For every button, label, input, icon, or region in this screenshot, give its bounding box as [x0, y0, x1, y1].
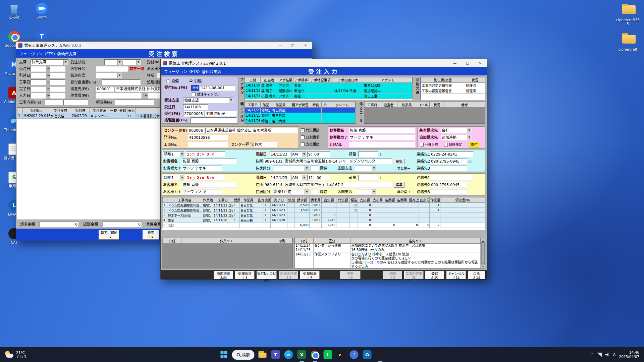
order-date-input[interactable]: 14/11/08 [183, 104, 208, 110]
copy-reception-no-button[interactable]: 受付No.コピー :F2 [257, 271, 277, 279]
address-input[interactable]: 宮城県大崎市古川中里宇江添167-2 [284, 182, 392, 188]
morning-appointment-print-button[interactable]: 朝アポ印刷 :F3 [99, 230, 119, 240]
close-button[interactable]: ✕ [299, 42, 312, 49]
volume-icon[interactable] [605, 353, 610, 357]
work-items-table[interactable]: 工事内容作業地工事日受数作業員指定完数完了日追加請求額請求月直集額代集額報告支払… [162, 197, 485, 228]
taskbar-icon-terminal[interactable]: >_ [336, 350, 346, 360]
weather-widget[interactable]: 21°C くもり [0, 347, 31, 362]
site-type-select[interactable]: 積地1 [163, 152, 184, 157]
scrollbar[interactable] [481, 238, 485, 268]
work-date-to-input[interactable] [50, 79, 65, 85]
order-status-select-2[interactable] [123, 59, 141, 65]
desktop-icon-recycle-bin[interactable]: ごみ箱 [1, 3, 27, 19]
table-row[interactable]: 14/11/24森 陽子アポ済奥様集金11/28 [245, 83, 413, 88]
table-row[interactable]: 14/11/28卸地1谷田大輔 [245, 118, 356, 124]
table-row[interactable]: 4集金卸地114/11/281谷田大輔114/11/2814/113,2400 [163, 218, 485, 223]
work-content-input-1[interactable] [45, 100, 63, 105]
moving-radio[interactable] [189, 79, 193, 83]
table-row[interactable]: 14/11/23作業スタッフより春日さんより 排水ホース延長1m 追加 次の現場… [295, 252, 481, 268]
datetime-undecided-checkbox[interactable] [444, 143, 448, 146]
floors-input[interactable] [311, 189, 319, 195]
work-content-input-2[interactable] [63, 100, 88, 105]
interstore-branch-select[interactable] [355, 189, 376, 195]
table-row[interactable]: 5合計6,0003,24000002 [163, 223, 485, 228]
register-button[interactable]: 登録 :F10 [425, 271, 444, 279]
reception-no-input[interactable]: 1411-08-001 [200, 85, 235, 91]
table-row[interactable]: 14/11/23卸地1春日哲哉 [245, 113, 356, 118]
zip-input[interactable]: 989-6114 [264, 182, 283, 188]
site-type-select[interactable]: 卸地1 [163, 175, 184, 181]
order-date-to-input[interactable] [50, 66, 65, 72]
table-row[interactable]: 工事内容変更報告書処理済 [421, 83, 485, 88]
maximize-button[interactable]: □ [286, 42, 299, 49]
center-code-input[interactable]: 003006 [188, 128, 205, 133]
contact3-input[interactable] [430, 166, 467, 171]
minimize-button[interactable]: — [448, 59, 461, 67]
taskbar-icon-media-player[interactable]: ♪ [349, 350, 359, 360]
add-work-content-button[interactable]: 工事内容追加 :F9 [404, 271, 424, 279]
taskbar-icon-cat-tool[interactable] [375, 350, 385, 360]
scroll-down-icon[interactable] [481, 264, 485, 268]
payment-consult-checkbox[interactable] [301, 142, 305, 146]
split-billing-checkbox[interactable] [301, 135, 305, 139]
customer-name-input[interactable] [96, 66, 128, 72]
worker-input[interactable] [96, 93, 142, 99]
dwelling-type-select[interactable] [273, 166, 309, 171]
edit-address-button[interactable]: 編集 [394, 182, 405, 188]
order-status-select-1[interactable] [104, 59, 122, 65]
minimize-button[interactable]: — [274, 42, 286, 49]
title-bar[interactable]: 電気工事管理システム/Ver 2.0.1 — □ ✕ [161, 59, 487, 67]
table-row[interactable]: 1ドラム式洗濯機取外(固...積地114/11/23 当日1春日哲哉114/11… [163, 203, 485, 208]
taskbar-icon-line[interactable]: L [323, 350, 333, 360]
collect-consult-checkbox[interactable] [301, 128, 305, 132]
morning-appointment-table[interactable]: 工事日作業作業員朝アポ状況時刻日クレーム14/11/23積地1春日哲哉14/11… [245, 102, 356, 124]
complete-date-to-input[interactable] [50, 86, 65, 92]
table-row[interactable]: 14/11/23積地1春日哲哉 [245, 108, 356, 113]
email-input[interactable] [349, 142, 415, 147]
contact1-input[interactable]: 0229-24-8241 [430, 152, 474, 157]
client-code-input[interactable]: 003001 [96, 86, 114, 92]
complete-date-from-input[interactable] [31, 86, 46, 92]
reference-button[interactable]: 参照 :F6 [340, 271, 361, 279]
site-kana-input[interactable]: サトウ ナオキ [182, 166, 222, 171]
work-date-from-input[interactable] [31, 79, 46, 85]
contact1-input[interactable] [430, 175, 474, 181]
base-billing-select[interactable]: 会社 [441, 128, 472, 133]
taskbar-icon-chrome[interactable] [310, 350, 320, 360]
close-button[interactable]: ✕ [474, 59, 487, 67]
order-date-from-input[interactable] [31, 66, 46, 72]
interstore-branch-select[interactable] [355, 166, 376, 171]
customer-kana-input[interactable]: サトウ ナオキ [349, 135, 415, 140]
taskbar-clock[interactable]: 14:46 2023/04/07 [619, 350, 639, 359]
scroll-thumb[interactable] [481, 242, 485, 264]
desktop-icon-ciphercraft[interactable]: ciphercraft [615, 32, 641, 51]
zip-input[interactable]: 989-6131 [264, 159, 283, 164]
receptionist-name-input[interactable]: 平間 由紀子 [205, 111, 237, 117]
process-history-button[interactable]: 処理履歴 :F4 [300, 271, 320, 279]
equipment-radio[interactable] [166, 79, 170, 83]
floors-input[interactable] [311, 166, 319, 171]
table-row[interactable]: 工事内容変更報告書処理済 [421, 88, 485, 94]
delete-button[interactable]: 削除 :F8 [383, 271, 402, 279]
print-screen-button[interactable]: 画面印刷 :Esc [214, 271, 233, 279]
address-input[interactable]: 宮城県大崎市古川金五輪1-9-14 シャーメゾンリベルタ [284, 159, 392, 164]
site-customer-input[interactable]: 佐藤 直毅 [182, 159, 237, 164]
additional-billing-select[interactable]: 追加連絡 [441, 135, 472, 140]
back-button[interactable]: 戻る :F12 [468, 271, 485, 279]
attachment-badge[interactable]: 添付 [469, 142, 479, 147]
documents-table[interactable]: 別伝票/文書状況工事内容変更報告書処理済工事内容変更報告書処理済 [421, 77, 485, 94]
appointment-history-table[interactable]: 日付担当者アポ結果アポ相手アポ特記事項アポ指定日時アポメモ14/11/24森 陽… [245, 77, 413, 99]
load-volume-input[interactable] [358, 175, 378, 181]
table-row[interactable]: 3排水ホース(延長)卸地114/11/23 当日1春日哲哉114/11/2314… [163, 213, 485, 218]
ampm-select[interactable]: AM [291, 152, 307, 157]
purchase-order-input[interactable]: 410013595 [188, 135, 228, 140]
table-row[interactable]: 14/11/24センターから連絡追加確認について返信FAXあり 排水ホースは直集 [295, 244, 481, 248]
work-memo-table[interactable]: 日付作業メモ印刷 [162, 238, 292, 244]
receipt-no-input[interactable] [115, 100, 154, 105]
center-name-input[interactable]: 日本通運株式会社 仙北支店 古川営業所 [205, 128, 298, 133]
move-date-input[interactable]: 14/11/23 [270, 175, 290, 181]
title-bar[interactable]: 電気工事管理システム/Ver 2.0.1 — □ ✕ [16, 42, 312, 49]
prefecture-select[interactable] [96, 73, 122, 78]
entry-date-from-input[interactable] [31, 93, 46, 99]
table-row[interactable]: 2ドラム式洗濯機取付(固...卸地114/11/23 当日1春日哲哉114/11… [163, 208, 485, 213]
